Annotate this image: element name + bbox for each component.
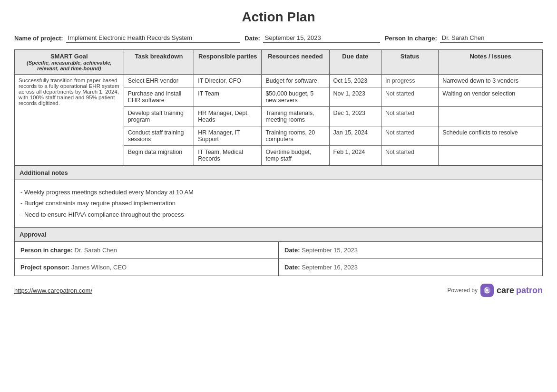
brand-care: care <box>497 286 514 296</box>
status-cell: Not started <box>381 87 438 107</box>
responsible-cell: HR Manager, IT Support <box>194 126 262 146</box>
responsible-cell: IT Team, Medical Records <box>194 146 262 165</box>
approval-person-label: Project sponsor: <box>20 264 69 271</box>
powered-by: Powered by carepatron <box>448 284 543 297</box>
person-value: Dr. Sarah Chen <box>440 33 543 43</box>
task-cell: Begin data migration <box>124 146 194 165</box>
approval-date-label: Date: <box>284 264 300 271</box>
approval-date-cell: Date: September 15, 2023 <box>279 242 542 258</box>
project-section: Name of project: Implement Electronic He… <box>14 33 240 43</box>
task-cell: Conduct staff training sessions <box>124 126 194 146</box>
person-label: Person in charge: <box>385 35 437 42</box>
responsible-cell: IT Team <box>194 87 262 107</box>
due-date-cell: Feb 1, 2024 <box>329 146 381 165</box>
status-cell: Not started <box>381 107 438 126</box>
header-due-date: Due date <box>329 50 381 75</box>
project-value: Implement Electronic Health Records Syst… <box>66 33 240 43</box>
notes-cell: Waiting on vendor selection <box>439 87 543 107</box>
due-date-cell: Jan 15, 2024 <box>329 126 381 146</box>
carepatron-link[interactable]: https://www.carepatron.com/ <box>14 287 92 294</box>
carepatron-icon <box>480 284 494 297</box>
date-value: September 15, 2023 <box>263 33 380 43</box>
header-smart-goal: SMART Goal (Specific, measurable, achiev… <box>15 50 124 75</box>
due-date-cell: Oct 15, 2023 <box>329 75 381 87</box>
carepatron-logo: carepatron <box>497 286 543 296</box>
notes-line: - Need to ensure HIPAA compliance throug… <box>20 209 537 220</box>
approval-date-value: September 16, 2023 <box>302 264 358 271</box>
notes-cell: Schedule conflicts to resolve <box>439 126 543 146</box>
due-date-cell: Dec 1, 2023 <box>329 107 381 126</box>
approval-person-value: Dr. Sarah Chen <box>74 247 117 254</box>
notes-cell <box>439 107 543 126</box>
approval-section: Approval Person in charge: Dr. Sarah Che… <box>14 228 543 276</box>
approval-header: Approval <box>15 228 542 242</box>
meta-row: Name of project: Implement Electronic He… <box>14 33 543 43</box>
resources-cell: Budget for software <box>262 75 329 87</box>
notes-line: - Budget constraints may require phased … <box>20 198 537 209</box>
brand-patron: patron <box>516 286 543 296</box>
status-cell: Not started <box>381 146 438 165</box>
resources-cell: Overtime budget, temp staff <box>262 146 329 165</box>
additional-notes-body: - Weekly progress meetings scheduled eve… <box>14 180 543 228</box>
footer: https://www.carepatron.com/ Powered by c… <box>14 284 543 297</box>
person-section: Person in charge: Dr. Sarah Chen <box>385 33 543 43</box>
smart-goal-description: Successfully transition from paper-based… <box>15 75 124 165</box>
header-responsible: Responsible parties <box>194 50 262 75</box>
date-label: Date: <box>244 35 260 42</box>
status-cell: In progress <box>381 75 438 87</box>
approval-person-label: Person in charge: <box>20 247 73 254</box>
header-task: Task breakdown <box>124 50 194 75</box>
task-cell: Select EHR vendor <box>124 75 194 87</box>
approval-person-cell: Project sponsor: James Wilson, CEO <box>15 259 279 276</box>
approval-rows: Person in charge: Dr. Sarah ChenDate: Se… <box>15 242 542 276</box>
approval-date-label: Date: <box>284 247 300 254</box>
project-label: Name of project: <box>14 35 63 42</box>
additional-notes-section: Additional notes - Weekly progress meeti… <box>14 165 543 228</box>
approval-date-cell: Date: September 16, 2023 <box>279 259 542 276</box>
notes-cell: Narrowed down to 3 vendors <box>439 75 543 87</box>
powered-by-text: Powered by <box>448 287 478 294</box>
approval-person-cell: Person in charge: Dr. Sarah Chen <box>15 242 279 258</box>
due-date-cell: Nov 1, 2023 <box>329 87 381 107</box>
notes-cell <box>439 146 543 165</box>
main-table: SMART Goal (Specific, measurable, achiev… <box>14 49 543 165</box>
approval-date-value: September 15, 2023 <box>302 247 358 254</box>
approval-person-value: James Wilson, CEO <box>71 264 127 271</box>
resources-cell: $50,000 budget, 5 new servers <box>262 87 329 107</box>
date-section: Date: September 15, 2023 <box>244 33 380 43</box>
resources-cell: Training materials, meeting rooms <box>262 107 329 126</box>
header-resources: Resources needed <box>262 50 329 75</box>
task-cell: Purchase and install EHR software <box>124 87 194 107</box>
notes-line: - Weekly progress meetings scheduled eve… <box>20 187 537 198</box>
status-cell: Not started <box>381 126 438 146</box>
task-cell: Develop staff training program <box>124 107 194 126</box>
approval-row: Person in charge: Dr. Sarah ChenDate: Se… <box>15 242 542 259</box>
responsible-cell: HR Manager, Dept. Heads <box>194 107 262 126</box>
header-notes: Notes / issues <box>439 50 543 75</box>
header-status: Status <box>381 50 438 75</box>
resources-cell: Training rooms, 20 computers <box>262 126 329 146</box>
approval-row: Project sponsor: James Wilson, CEODate: … <box>15 259 542 276</box>
responsible-cell: IT Director, CFO <box>194 75 262 87</box>
svg-point-1 <box>486 289 488 291</box>
page-title: Action Plan <box>14 10 543 25</box>
additional-notes-header: Additional notes <box>14 165 543 180</box>
